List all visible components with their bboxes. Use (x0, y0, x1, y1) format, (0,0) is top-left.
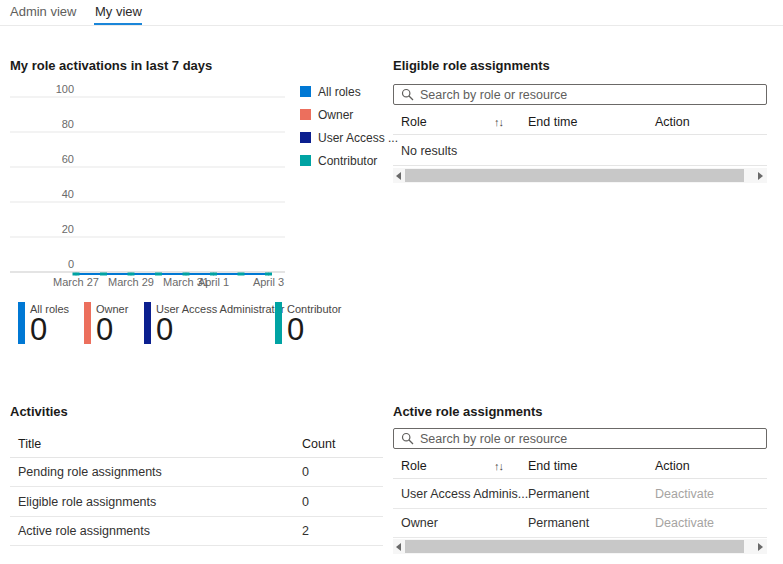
view-tabbar: Admin view My view (0, 0, 783, 26)
svg-text:April 1: April 1 (198, 276, 229, 288)
role-activations-chart: 020406080100March 27March 29March 31Apri… (8, 80, 298, 292)
stat-bar (18, 302, 25, 344)
stat-label: User Access Administrator (156, 303, 284, 315)
column-header-role[interactable]: Role (401, 115, 427, 129)
legend-swatch-user-access (300, 132, 311, 143)
deactivate-link[interactable]: Deactivate (655, 487, 714, 501)
eligible-empty-state: No results (393, 136, 767, 166)
stat-value: 0 (287, 315, 341, 345)
activities-row-pending[interactable]: Pending role assignments 0 (10, 458, 383, 487)
search-icon (401, 88, 414, 101)
eligible-panel-title: Eligible role assignments (393, 58, 550, 73)
scroll-right-arrow[interactable] (758, 172, 763, 180)
scrollbar-thumb[interactable] (405, 540, 744, 553)
tab-my-view[interactable]: My view (95, 4, 142, 19)
active-search-box (393, 428, 767, 449)
scroll-left-arrow[interactable] (396, 543, 401, 551)
active-row-owner[interactable]: Owner Permanent Deactivate (393, 509, 767, 538)
end-time-cell: Permanent (528, 487, 589, 501)
active-panel-title: Active role assignments (393, 404, 543, 419)
legend-swatch-owner (300, 109, 311, 120)
legend-swatch-contributor (300, 155, 311, 166)
stat-card-owner: Owner 0 (84, 302, 128, 344)
stat-bar (144, 302, 151, 344)
activities-row-active[interactable]: Active role assignments 2 (10, 517, 383, 546)
active-search-input[interactable] (420, 432, 759, 446)
column-header-role[interactable]: Role (401, 459, 427, 473)
svg-text:80: 80 (62, 118, 74, 130)
scrollbar-thumb[interactable] (405, 169, 744, 182)
activities-table-header: Title Count (10, 430, 383, 458)
stat-card-all-roles: All roles 0 (18, 302, 69, 344)
end-time-cell: Permanent (528, 516, 589, 530)
stat-card-contributor: Contributor 0 (275, 302, 341, 344)
column-header-action: Action (655, 115, 690, 129)
sort-icon[interactable]: ↑↓ (494, 460, 503, 472)
column-header-title: Title (18, 437, 41, 451)
stat-value: 0 (156, 315, 284, 345)
eligible-search-input[interactable] (420, 88, 759, 102)
active-tab-underline (94, 23, 142, 25)
stat-bar (275, 302, 282, 344)
eligible-search-box (393, 84, 767, 105)
eligible-table-header: Role ↑↓ End time Action (393, 110, 767, 135)
eligible-horizontal-scrollbar[interactable] (393, 168, 767, 183)
chart-title: My role activations in last 7 days (10, 58, 212, 73)
scroll-right-arrow[interactable] (758, 543, 763, 551)
svg-text:March 27: March 27 (53, 276, 99, 288)
tab-admin-view[interactable]: Admin view (10, 4, 76, 19)
svg-text:20: 20 (62, 223, 74, 235)
stat-value: 0 (30, 315, 69, 345)
svg-text:100: 100 (56, 83, 74, 95)
column-header-count: Count (302, 437, 335, 451)
role-cell: Owner (401, 516, 438, 530)
svg-text:60: 60 (62, 153, 74, 165)
column-header-end-time[interactable]: End time (528, 115, 577, 129)
legend-item-user-access: User Access ... (300, 132, 398, 143)
activities-panel-title: Activities (10, 404, 68, 419)
svg-text:March 29: March 29 (108, 276, 154, 288)
deactivate-link[interactable]: Deactivate (655, 516, 714, 530)
svg-text:40: 40 (62, 188, 74, 200)
legend-item-contributor: Contributor (300, 155, 398, 166)
legend-item-all-roles: All roles (300, 86, 398, 97)
activities-row-eligible[interactable]: Eligible role assignments 0 (10, 488, 383, 517)
active-table-header: Role ↑↓ End time Action (393, 454, 767, 479)
legend-swatch-all-roles (300, 86, 311, 97)
svg-text:April 3: April 3 (253, 276, 284, 288)
column-header-action: Action (655, 459, 690, 473)
chart-legend: All roles Owner User Access ... Contribu… (300, 86, 398, 178)
column-header-end-time[interactable]: End time (528, 459, 577, 473)
legend-item-owner: Owner (300, 109, 398, 120)
stat-card-user-access-administrator: User Access Administrator 0 (144, 302, 284, 344)
stat-value: 0 (96, 315, 128, 345)
stat-bar (84, 302, 91, 344)
search-icon (401, 432, 414, 445)
svg-text:0: 0 (68, 258, 74, 270)
scroll-left-arrow[interactable] (396, 172, 401, 180)
no-results-text: No results (401, 144, 457, 158)
sort-icon[interactable]: ↑↓ (494, 116, 503, 128)
active-row-user-access-administrator[interactable]: User Access Adminis... Permanent Deactiv… (393, 480, 767, 509)
role-cell: User Access Adminis... (401, 487, 528, 501)
active-horizontal-scrollbar[interactable] (393, 539, 767, 554)
